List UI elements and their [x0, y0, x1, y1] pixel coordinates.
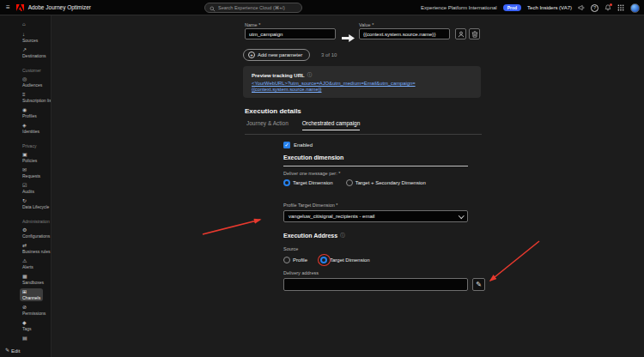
sidebar-item-label: Configurations: [22, 233, 50, 239]
sidebar-item-tags[interactable]: ◆ Tags: [22, 319, 34, 332]
radio-profile[interactable]: [283, 257, 290, 263]
option-target-secondary-dimension[interactable]: Target + Secondary Dimension: [346, 179, 426, 186]
main-content: Name * Value * + Add new parameter 3 of …: [52, 15, 644, 357]
avatar[interactable]: [630, 3, 640, 13]
notification-badge: [610, 3, 612, 6]
edit-label: Edit: [11, 348, 20, 354]
option-profile[interactable]: Profile: [283, 257, 307, 263]
execution-tabs: Journey & Action Orchestrated campaign: [246, 120, 360, 130]
license-usage-icon: ▤: [22, 336, 51, 342]
preview-title: Preview tracking URL: [252, 73, 305, 78]
add-parameter-label: Add new parameter: [258, 52, 302, 57]
add-new-parameter-button[interactable]: + Add new parameter: [243, 49, 310, 61]
execution-address-title: Execution Address: [283, 233, 337, 239]
sidebar-section-customer: Customer: [22, 68, 51, 73]
trash-icon: [471, 31, 478, 38]
delivery-address-input[interactable]: [283, 278, 468, 291]
radio-target-dimension[interactable]: [283, 179, 290, 186]
app-switcher-icon[interactable]: [617, 4, 624, 11]
preview-url-link[interactable]: <YourWebURL>?utm_source=AJO&utm_medium=E…: [252, 81, 472, 86]
sidebar-item-audits[interactable]: ☑ Audits: [22, 182, 37, 195]
sidebar-item-sandboxes[interactable]: ▦ Sandboxes: [22, 273, 46, 286]
sidebar-item-alerts[interactable]: ⚠ Alerts: [22, 257, 36, 270]
sidebar-item-configurations[interactable]: ⚙ Configurations: [22, 227, 51, 239]
edit-button[interactable]: ✎ Edit: [5, 348, 20, 354]
sidebar-item-label: Destinations: [22, 53, 46, 58]
execution-dimension-heading: Execution dimension: [283, 154, 343, 160]
enabled-checkbox[interactable]: ✓: [283, 142, 290, 148]
sidebar-item-label: Sources: [22, 38, 38, 43]
sidebar-item-audiences[interactable]: ◎ Audiences: [22, 76, 45, 88]
search-bar[interactable]: [204, 3, 302, 13]
edit-delivery-address-button[interactable]: ✎: [472, 278, 485, 291]
radio-label: Target Dimension: [293, 180, 333, 185]
profile-target-dimension-label: Profile Target Dimension *: [283, 203, 337, 208]
sources-icon: ↓: [22, 32, 38, 38]
sidebar-item-requests[interactable]: ✉ Requests: [22, 166, 43, 179]
tab-orchestrated-campaign[interactable]: Orchestrated campaign: [302, 120, 361, 130]
sidebar-item-identities[interactable]: ◈ Identities: [22, 122, 42, 135]
sidebar-item-data-lifecycle[interactable]: ↻ Data Lifecycle: [22, 197, 51, 210]
pencil-icon: ✎: [476, 281, 482, 288]
radio-label: Target + Secondary Dimension: [355, 180, 426, 185]
source-radio-group: Profile Target Dimension: [283, 257, 370, 263]
sidebar-item-label: Policies: [22, 158, 37, 163]
sidebar-item-business-rules[interactable]: ⇄ Business rules: [22, 242, 51, 255]
option-target-dimension[interactable]: Target Dimension: [283, 179, 333, 186]
sidebar-section-administration: Administration: [22, 219, 51, 224]
permissions-icon: ⊘: [22, 305, 46, 311]
sidebar-item-label: Permissions: [22, 311, 46, 316]
help-icon[interactable]: ?: [591, 4, 598, 12]
param-name-input[interactable]: [245, 28, 336, 39]
info-icon[interactable]: ⓘ: [307, 72, 313, 78]
identities-icon: ◈: [22, 123, 39, 129]
preview-url-link-continued[interactable]: {{context.system.source.name}}: [252, 87, 472, 92]
sidebar-item-subscription-lists[interactable]: ≡ Subscription lists: [22, 91, 51, 104]
sandboxes-icon: ▦: [22, 274, 44, 280]
sidebar-item-label: Channels: [22, 295, 40, 300]
profiles-icon: ◉: [22, 107, 37, 113]
env-badge[interactable]: Prod: [503, 4, 521, 11]
sidebar-item-profiles[interactable]: ◉ Profiles: [22, 106, 39, 119]
radio-target-secondary-dimension[interactable]: [346, 179, 353, 186]
radio-source-target-dimension[interactable]: [320, 257, 327, 263]
radio-label: Profile: [293, 257, 307, 263]
tab-journey-and-action[interactable]: Journey & Action: [246, 120, 289, 130]
delivery-address-label: Delivery address: [283, 270, 319, 275]
tabs-divider: [245, 134, 482, 135]
search-input[interactable]: [218, 5, 297, 10]
sidebar-item-permissions[interactable]: ⊘ Permissions: [22, 304, 48, 317]
business-rules-icon: ⇄: [22, 243, 51, 249]
profile-target-dimension-select[interactable]: vangeluw_citisignal_recipients - email: [283, 210, 468, 222]
sidebar-item-home[interactable]: ⌂: [22, 21, 28, 28]
nav-list: ⌂ ↓ Sources ↗ Destinations Customer ◎ Au…: [0, 21, 51, 342]
sidebar-item-label: Sandboxes: [22, 280, 44, 285]
announcements-icon[interactable]: [578, 4, 585, 11]
sandbox-switcher[interactable]: Tech Insiders (VA7): [527, 5, 572, 10]
info-icon[interactable]: ⓘ: [340, 233, 345, 239]
sidebar-item-sources[interactable]: ↓ Sources: [22, 31, 40, 44]
deliver-per-label: Deliver one message per: *: [283, 171, 340, 176]
channels-icon: ⊞: [22, 289, 40, 295]
sidebar-item-label: Business rules: [22, 249, 51, 254]
left-nav: ⌂ ↓ Sources ↗ Destinations Customer ◎ Au…: [0, 15, 52, 357]
sidebar-item-destinations[interactable]: ↗ Destinations: [22, 46, 49, 59]
personalization-button[interactable]: [455, 28, 466, 39]
personalization-icon: [458, 31, 465, 38]
sidebar-item-license-usage[interactable]: ▤ License Usage: [22, 335, 51, 342]
sidebar-item-channels[interactable]: ⊞ Channels: [20, 288, 43, 301]
menu-icon[interactable]: ≡: [6, 0, 10, 15]
sidebar-item-label: Alerts: [22, 264, 33, 269]
delete-parameter-button[interactable]: [469, 28, 480, 39]
parameter-count: 3 of 10: [321, 52, 337, 57]
sidebar-section-privacy: Privacy: [22, 143, 51, 148]
param-value-input[interactable]: [359, 28, 450, 39]
notifications-icon[interactable]: [605, 4, 611, 11]
option-source-target-dimension[interactable]: Target Dimension: [320, 257, 370, 263]
app-title: Adobe Journey Optimizer: [28, 4, 91, 10]
sidebar-item-policies[interactable]: ▣ Policies: [22, 151, 39, 164]
enabled-checkbox-row[interactable]: ✓ Enabled: [283, 142, 313, 148]
plus-icon: +: [248, 51, 255, 58]
subscription-lists-icon: ≡: [22, 92, 51, 98]
configurations-icon: ⚙: [22, 227, 50, 233]
